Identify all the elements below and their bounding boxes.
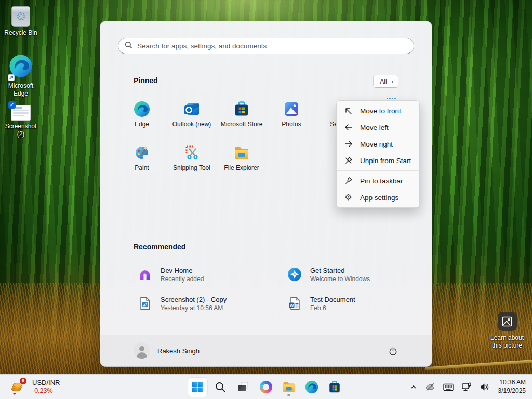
dev-home-icon (138, 267, 152, 282)
pinned-app-label: Microsoft Store (221, 121, 263, 128)
menu-item-label: Move right (360, 140, 393, 148)
taskbar: 6 USD/INR -0.23% (0, 374, 532, 399)
desktop-icon-label: Screenshot(2) (5, 123, 37, 138)
edge-icon (134, 101, 150, 117)
unpin-icon (344, 156, 353, 165)
pinned-app-microsoft-store[interactable]: Microsoft Store (217, 97, 267, 140)
tray-time: 10:36 AM (499, 379, 526, 387)
start-search-box[interactable] (118, 38, 414, 54)
keyboard-icon (443, 383, 454, 391)
chevron-right-icon: › (391, 78, 393, 85)
speaker-icon (480, 383, 489, 391)
recommended-item-get-started[interactable]: Get Started Welcome to Windows (267, 260, 416, 289)
desktop-icon-label: MicrosoftEdge (8, 82, 34, 98)
learn-about-picture[interactable]: Learn aboutthis picture (487, 312, 527, 350)
pinned-app-outlook-new[interactable]: Outlook (new) (167, 97, 217, 140)
pinned-app-paint[interactable]: Paint (117, 140, 167, 184)
image-file-icon (138, 296, 152, 311)
menu-item-move-left[interactable]: Move left (337, 119, 419, 136)
store-icon (233, 101, 250, 117)
store-button[interactable] (325, 378, 344, 397)
recommended-item-screenshot-copy[interactable]: Screenshot (2) - Copy Yesterday at 10:56… (117, 289, 267, 318)
photos-icon (283, 101, 300, 117)
picture-info-icon (498, 312, 517, 331)
gear-icon: ⚙ (344, 193, 353, 202)
touch-keyboard-button[interactable] (441, 378, 456, 396)
recycle-bin-icon: ♲ (11, 6, 30, 27)
windows-logo-icon (191, 381, 204, 393)
recommended-subtitle: Welcome to Windows (310, 275, 370, 283)
start-user-bar: Rakesh Singh (100, 335, 432, 366)
widget-stock-change: -0.23% (32, 387, 60, 395)
taskbar-search-button[interactable] (211, 378, 230, 397)
recommended-subtitle: Feb 6 (310, 304, 355, 312)
onedrive-status-button[interactable] (423, 378, 437, 396)
copilot-button[interactable] (257, 378, 276, 397)
search-icon (125, 41, 132, 51)
edge-icon (305, 380, 318, 394)
pinned-app-snipping-tool[interactable]: Snipping Tool (167, 140, 217, 184)
pinned-all-button[interactable]: All › (373, 75, 398, 88)
desktop-wallpaper: ♲ Recycle Bin MicrosoftEdge ✓ Screenshot… (0, 0, 532, 399)
menu-item-unpin-from-start[interactable]: Unpin from Start (337, 152, 419, 169)
volume-button[interactable] (477, 378, 491, 396)
pinned-app-label: Edge (135, 121, 149, 128)
ethernet-icon (461, 382, 472, 392)
desktop-icon-microsoft-edge[interactable]: MicrosoftEdge (1, 54, 41, 98)
recommended-title: Screenshot (2) - Copy (161, 296, 227, 303)
power-button[interactable] (384, 342, 402, 360)
widgets-button[interactable]: 6 USD/INR -0.23% (4, 375, 63, 399)
menu-item-move-to-front[interactable]: Move to front (337, 102, 419, 119)
menu-item-label: Unpin from Start (360, 157, 411, 165)
clock[interactable]: 10:36 AM 3/19/2025 (495, 379, 529, 395)
recommended-title: Test Document (310, 296, 355, 303)
pinned-app-file-explorer[interactable]: File Explorer (217, 140, 267, 184)
network-button[interactable] (459, 378, 474, 396)
screenshot-thumbnail-icon: ✓ (11, 105, 31, 121)
pinned-app-label: File Explorer (224, 164, 259, 171)
menu-item-pin-to-taskbar[interactable]: Pin to taskbar (337, 172, 419, 189)
menu-item-label: App settings (360, 194, 398, 202)
pinned-app-label: Snipping Tool (173, 164, 210, 171)
recommended-title: Get Started (310, 267, 370, 274)
search-input[interactable] (137, 42, 407, 50)
menu-item-move-right[interactable]: Move right (337, 136, 419, 152)
arrow-left-icon (344, 123, 353, 132)
menu-item-label: Move left (360, 124, 389, 131)
arrow-right-icon (344, 140, 353, 149)
pinned-app-label: Photos (282, 121, 301, 128)
get-started-icon (287, 267, 302, 282)
task-view-button[interactable] (234, 378, 253, 397)
menu-item-label: Move to front (360, 107, 401, 115)
start-button[interactable] (188, 378, 207, 397)
menu-item-app-settings[interactable]: ⚙ App settings (337, 189, 419, 206)
recommended-item-test-document[interactable]: W Test Document Feb 6 (267, 289, 416, 318)
recommended-subtitle: Recently added (161, 275, 204, 283)
pinned-app-edge[interactable]: Edge (117, 97, 167, 140)
file-explorer-button[interactable] (280, 378, 299, 397)
user-avatar[interactable] (134, 342, 150, 359)
svg-text:W: W (290, 303, 294, 308)
all-button-label: All (380, 78, 387, 85)
widget-badge: 6 (19, 377, 27, 385)
system-tray: 10:36 AM 3/19/2025 (408, 375, 529, 399)
shortcut-arrow-icon (8, 74, 15, 81)
paint-icon (134, 144, 150, 161)
tray-overflow-button[interactable] (408, 378, 419, 396)
hidden-app-icon (387, 98, 396, 99)
recommended-item-dev-home[interactable]: Dev Home Recently added (117, 260, 267, 289)
recommended-subtitle: Yesterday at 10:56 AM (161, 304, 227, 312)
running-indicator (287, 394, 290, 396)
store-icon (328, 380, 341, 394)
desktop-icon-recycle-bin[interactable]: ♲ Recycle Bin (1, 6, 41, 37)
edge-button[interactable] (302, 378, 322, 397)
pinned-app-photos[interactable]: Photos (267, 97, 316, 140)
pin-icon (344, 177, 353, 185)
recommended-grid: Dev Home Recently added (117, 260, 416, 318)
desktop-icon-screenshot-2[interactable]: ✓ Screenshot(2) (1, 105, 41, 138)
copilot-icon (260, 381, 272, 393)
recycle-symbol: ♲ (16, 11, 26, 22)
edge-icon (9, 54, 33, 80)
word-file-icon: W (287, 296, 302, 311)
app-context-menu: Move to front Move left Move right Unpin… (336, 100, 420, 208)
